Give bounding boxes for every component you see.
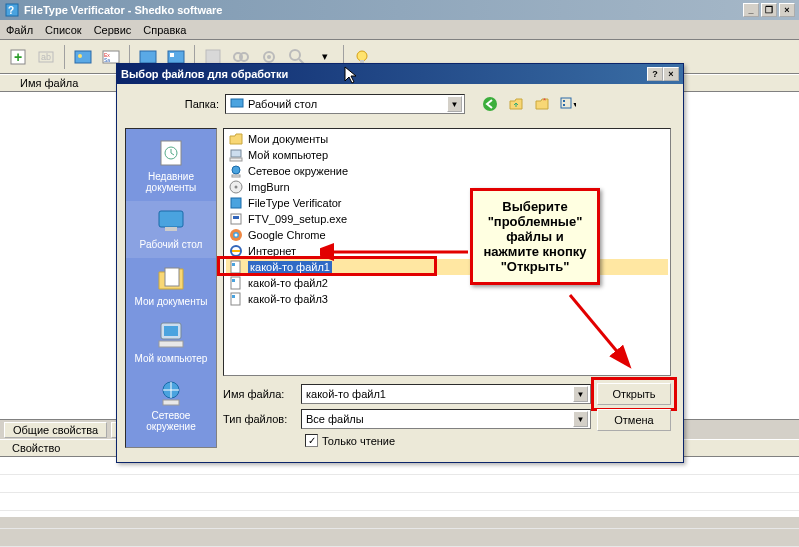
svg-rect-43 xyxy=(232,175,240,177)
ie-icon xyxy=(228,243,244,259)
cancel-button[interactable]: Отмена xyxy=(597,409,671,431)
dialog-titlebar: Выбор файлов для обработки ? × xyxy=(117,64,683,84)
menu-service[interactable]: Сервис xyxy=(94,24,132,36)
svg-rect-48 xyxy=(233,216,239,219)
place-network[interactable]: Сетевое окружение xyxy=(126,372,216,440)
list-item[interactable]: ImgBurn xyxy=(226,179,668,195)
list-item[interactable]: какой-то файл2 xyxy=(226,275,668,291)
menu-bar: Файл Список Сервис Справка xyxy=(0,20,799,40)
toolbar-image-icon[interactable] xyxy=(71,45,95,69)
list-item[interactable]: FileType Verificator xyxy=(226,195,668,211)
menu-file[interactable]: Файл xyxy=(6,24,33,36)
list-item[interactable]: Google Chrome xyxy=(226,227,668,243)
new-folder-icon[interactable]: * xyxy=(533,95,551,113)
folder-combo[interactable]: Рабочий стол ▼ xyxy=(225,94,465,114)
menu-list[interactable]: Список xyxy=(45,24,82,36)
network-icon xyxy=(228,163,244,179)
chevron-down-icon[interactable]: ▼ xyxy=(573,386,588,402)
file-list[interactable]: Мои документы Мой компьютер Сетевое окру… xyxy=(223,128,671,376)
toolbar-text-icon[interactable]: ab xyxy=(34,45,58,69)
minimize-button[interactable]: _ xyxy=(743,3,759,17)
readonly-label: Только чтение xyxy=(322,435,395,447)
list-item[interactable]: Мои документы xyxy=(226,131,668,147)
item-label: Google Chrome xyxy=(248,229,326,241)
file-icon xyxy=(228,259,244,275)
svg-rect-46 xyxy=(231,198,241,208)
svg-rect-26 xyxy=(561,98,571,108)
item-label: FTV_099_setup.exe xyxy=(248,213,347,225)
svg-rect-34 xyxy=(165,268,179,286)
annotation-callout: Выберите "проблемные" файлы и нажмите кн… xyxy=(470,188,600,285)
svg-point-51 xyxy=(235,234,238,237)
svg-text:Sa: Sa xyxy=(104,57,110,63)
chrome-icon xyxy=(228,227,244,243)
desktop-icon xyxy=(230,96,244,112)
place-recent[interactable]: Недавние документы xyxy=(126,133,216,201)
list-item[interactable]: какой-то файл3 xyxy=(226,291,668,307)
folder-icon xyxy=(228,131,244,147)
item-label: какой-то файл2 xyxy=(248,277,328,289)
toolbar-add-icon[interactable]: + xyxy=(6,45,30,69)
list-item[interactable]: Сетевое окружение xyxy=(226,163,668,179)
svg-point-21 xyxy=(357,51,367,61)
svg-rect-13 xyxy=(170,53,174,57)
svg-rect-37 xyxy=(159,341,183,347)
chevron-down-icon[interactable]: ▼ xyxy=(573,411,588,427)
folder-value: Рабочий стол xyxy=(248,98,443,110)
view-menu-icon[interactable]: ▼ xyxy=(559,95,577,113)
up-folder-icon[interactable] xyxy=(507,95,525,113)
place-label: Недавние документы xyxy=(146,171,197,193)
svg-rect-40 xyxy=(231,150,241,157)
filename-combo[interactable]: какой-то файл1 ▼ xyxy=(301,384,591,404)
maximize-button[interactable]: ❐ xyxy=(761,3,777,17)
svg-rect-56 xyxy=(232,279,235,282)
desktop-place-icon xyxy=(155,205,187,237)
readonly-checkbox[interactable]: ✓ xyxy=(305,434,318,447)
filetype-value: Все файлы xyxy=(306,413,569,425)
svg-point-45 xyxy=(235,186,238,189)
dialog-title: Выбор файлов для обработки xyxy=(121,68,647,80)
svg-rect-57 xyxy=(231,293,240,305)
list-item[interactable]: FTV_099_setup.exe xyxy=(226,211,668,227)
filetype-row: Тип файлов: Все файлы ▼ xyxy=(223,409,591,429)
readonly-row[interactable]: ✓ Только чтение xyxy=(305,434,395,447)
open-button[interactable]: Открыть xyxy=(597,383,671,405)
svg-rect-32 xyxy=(159,211,183,227)
dialog-close-button[interactable]: × xyxy=(663,67,679,81)
tab-general[interactable]: Общие свойства xyxy=(4,422,107,438)
open-button-label: Открыть xyxy=(612,388,655,400)
computer-icon xyxy=(228,147,244,163)
place-desktop[interactable]: Рабочий стол xyxy=(126,201,216,258)
item-label: Мой компьютер xyxy=(248,149,328,161)
svg-rect-54 xyxy=(232,263,235,266)
svg-rect-55 xyxy=(231,277,240,289)
recent-icon xyxy=(155,137,187,169)
svg-text:▼: ▼ xyxy=(572,101,576,108)
menu-help[interactable]: Справка xyxy=(143,24,186,36)
list-item[interactable]: Мой компьютер xyxy=(226,147,668,163)
place-label: Мой компьютер xyxy=(135,353,208,364)
svg-rect-14 xyxy=(206,50,220,64)
list-item[interactable]: какой-то файл1 xyxy=(226,259,668,275)
file-icon xyxy=(228,291,244,307)
folder-label: Папка: xyxy=(183,98,219,110)
cancel-button-label: Отмена xyxy=(614,414,653,426)
list-item[interactable]: Интернет xyxy=(226,243,668,259)
item-label: Интернет xyxy=(248,245,296,257)
filetype-combo[interactable]: Все файлы ▼ xyxy=(301,409,591,429)
back-icon[interactable] xyxy=(481,95,499,113)
place-mydocs[interactable]: Мои документы xyxy=(126,258,216,315)
filename-label: Имя файла: xyxy=(223,388,293,400)
svg-text:*: * xyxy=(543,96,546,105)
svg-text:ab: ab xyxy=(41,52,51,62)
item-label: FileType Verificator xyxy=(248,197,342,209)
svg-point-18 xyxy=(267,55,271,59)
item-label: Мои документы xyxy=(248,133,328,145)
place-mycomputer[interactable]: Мой компьютер xyxy=(126,315,216,372)
chevron-down-icon[interactable]: ▼ xyxy=(447,96,462,112)
svg-point-7 xyxy=(78,54,82,58)
close-button[interactable]: × xyxy=(779,3,795,17)
dialog-help-button[interactable]: ? xyxy=(647,67,663,81)
computer-icon xyxy=(155,319,187,351)
item-label: какой-то файл1 xyxy=(248,261,332,273)
